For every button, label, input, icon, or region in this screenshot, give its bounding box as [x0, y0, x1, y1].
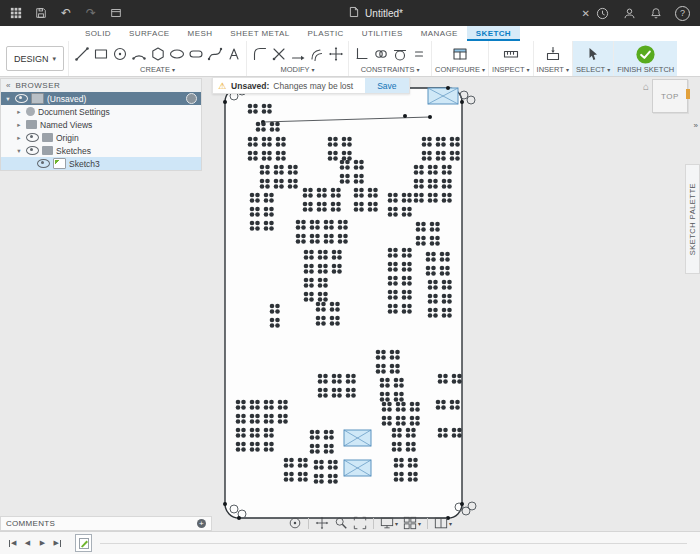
document-tab[interactable]: Untitled* — [158, 6, 594, 20]
document-radial-menu-icon[interactable] — [186, 93, 197, 104]
viewcube-top-face[interactable]: TOP — [661, 92, 679, 101]
visibility-eye-icon[interactable] — [37, 159, 50, 168]
finish-sketch-check-icon[interactable] — [634, 44, 658, 64]
constraints-label: CONSTRAINTS — [361, 65, 415, 74]
tab-sketch[interactable]: SKETCH — [467, 26, 520, 41]
visibility-eye-icon[interactable] — [26, 133, 39, 142]
help-icon[interactable]: ? — [675, 6, 690, 21]
visibility-eye-icon[interactable] — [26, 146, 39, 155]
modify-menu[interactable]: MODIFY — [280, 65, 314, 74]
offset-icon[interactable] — [307, 44, 326, 64]
sketch-feature-marker[interactable] — [75, 534, 92, 552]
timeline-bar: ◀ ◀ ▶ ▶ — [0, 531, 700, 554]
tab-surface[interactable]: SURFACE — [120, 26, 179, 41]
fillet-icon[interactable] — [250, 44, 269, 64]
insert-menu[interactable]: INSERT — [537, 65, 569, 74]
collapse-browser-icon[interactable]: « — [6, 81, 10, 90]
constraints-menu[interactable]: CONSTRAINTS — [361, 65, 420, 74]
viewport-canvas[interactable]: ⚠ Unsaved: Changes may be lost Save « BR… — [0, 76, 700, 532]
browser-row-sketches[interactable]: ▾Sketches — [1, 144, 201, 157]
tab-manage[interactable]: MANAGE — [412, 26, 467, 41]
workspace-selector[interactable]: DESIGN — [6, 46, 64, 71]
browser-title: BROWSER — [15, 81, 60, 90]
select-cursor-icon[interactable] — [581, 44, 605, 64]
move-icon[interactable] — [326, 44, 345, 64]
tangent-icon[interactable] — [390, 44, 409, 64]
save-icon[interactable] — [33, 5, 49, 21]
display-settings-icon[interactable]: ▾ — [378, 516, 400, 531]
tab-mesh[interactable]: MESH — [179, 26, 222, 41]
orbit-icon[interactable] — [286, 516, 304, 531]
select-menu[interactable]: SELECT — [576, 65, 610, 74]
ellipse-icon[interactable] — [167, 44, 186, 64]
finish-sketch-button[interactable]: FINISH SKETCH — [617, 65, 674, 74]
undo-icon[interactable]: ↶ — [58, 5, 74, 21]
grid-display-icon[interactable]: ▾ — [401, 516, 423, 531]
inspect-menu[interactable]: INSPECT — [492, 65, 530, 74]
create-menu[interactable]: CREATE — [140, 65, 175, 74]
group-create: CREATE — [68, 41, 246, 76]
redo-icon[interactable]: ↷ — [83, 5, 99, 21]
close-document-icon[interactable]: ✕ — [582, 0, 590, 26]
timeline-track[interactable] — [100, 543, 687, 544]
trim-icon[interactable] — [269, 44, 288, 64]
browser-row-unsaved[interactable]: ▾(Unsaved) — [1, 92, 201, 105]
inspect-icon[interactable] — [499, 44, 523, 64]
fit-icon[interactable] — [351, 516, 369, 531]
home-view-icon[interactable]: ⌂ — [643, 81, 649, 92]
timeline-play-button[interactable]: ▶ — [35, 536, 50, 551]
tab-solid[interactable]: SOLID — [76, 26, 120, 41]
horizontal-vertical-icon[interactable] — [352, 44, 371, 64]
collapse-node-icon[interactable]: ▾ — [4, 95, 12, 103]
arc-icon[interactable] — [129, 44, 148, 64]
rectangle-icon[interactable] — [91, 44, 110, 64]
window-icon[interactable] — [108, 5, 124, 21]
tab-utilities[interactable]: UTILITIES — [353, 26, 412, 41]
spline-icon[interactable] — [205, 44, 224, 64]
fusion-window: ↶ ↷ Untitled* ✕ ? SOLIDSURFAC — [0, 0, 700, 554]
expand-node-icon[interactable]: ▸ — [15, 134, 23, 142]
notifications-bell-icon[interactable] — [648, 5, 664, 21]
visibility-eye-icon[interactable] — [15, 94, 28, 103]
polygon-icon[interactable] — [148, 44, 167, 64]
pan-icon[interactable] — [313, 516, 331, 531]
slot-icon[interactable] — [186, 44, 205, 64]
configure-icon[interactable] — [448, 44, 472, 64]
browser-row-document-settings[interactable]: ▸Document Settings — [1, 105, 201, 118]
expand-node-icon[interactable]: ▸ — [15, 108, 23, 116]
viewcube-rotate-handle[interactable] — [686, 89, 690, 99]
sketch-palette-tab[interactable]: SKETCH PALETTE — [685, 164, 700, 274]
add-comment-icon[interactable]: + — [197, 519, 206, 528]
app-grid-icon[interactable] — [8, 5, 24, 21]
configure-menu[interactable]: CONFIGURE — [435, 65, 485, 74]
coincident-icon[interactable] — [371, 44, 390, 64]
extend-icon[interactable] — [288, 44, 307, 64]
tab-sheet-metal[interactable]: SHEET METAL — [221, 26, 298, 41]
tab-plastic[interactable]: PLASTIC — [299, 26, 353, 41]
browser-row-origin[interactable]: ▸Origin — [1, 131, 201, 144]
timeline-go-to-start-button[interactable]: ◀ — [5, 536, 20, 551]
expand-panel-icon[interactable]: » — [694, 121, 698, 130]
save-button[interactable]: Save — [365, 78, 408, 93]
comments-label: COMMENTS — [6, 519, 55, 528]
viewports-icon[interactable]: ▾ — [432, 516, 454, 531]
job-status-icon[interactable] — [594, 5, 610, 21]
collapse-node-icon[interactable]: ▾ — [15, 147, 23, 155]
browser-tree: ▾(Unsaved)▸Document Settings▸Named Views… — [1, 92, 201, 170]
browser-row-named-views[interactable]: ▸Named Views — [1, 118, 201, 131]
user-avatar-icon[interactable] — [621, 5, 637, 21]
text-icon[interactable] — [224, 44, 243, 64]
insert-icon[interactable] — [541, 44, 565, 64]
timeline-step-back-button[interactable]: ◀ — [20, 536, 35, 551]
circle-icon[interactable] — [110, 44, 129, 64]
group-constraints: CONSTRAINTS — [348, 41, 431, 76]
comments-bar[interactable]: COMMENTS + — [0, 516, 212, 531]
line-icon[interactable] — [72, 44, 91, 64]
equal-icon[interactable] — [409, 44, 428, 64]
zoom-icon[interactable] — [332, 516, 350, 531]
timeline-go-to-end-button[interactable]: ▶ — [50, 536, 65, 551]
viewcube[interactable]: TOP — [652, 79, 688, 113]
browser-row-sketch3[interactable]: Sketch3 — [1, 157, 201, 170]
create-icons — [72, 43, 243, 65]
expand-node-icon[interactable]: ▸ — [15, 121, 23, 129]
